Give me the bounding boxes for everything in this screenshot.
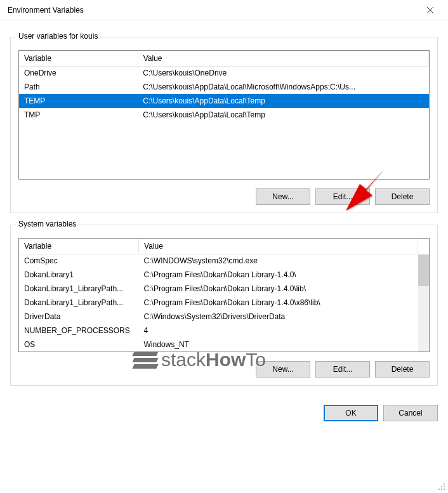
- svg-rect-2: [444, 486, 445, 487]
- cancel-button[interactable]: Cancel: [383, 405, 438, 421]
- cell-variable: Path: [19, 80, 138, 94]
- table-row[interactable]: DriverDataC:\Windows\System32\Drivers\Dr…: [19, 310, 418, 324]
- user-edit-button[interactable]: Edit...: [315, 188, 370, 205]
- table-row[interactable]: TMPC:\Users\kouis\AppData\Local\Temp: [19, 108, 429, 122]
- system-new-button[interactable]: New...: [256, 361, 310, 378]
- cell-variable: DokanLibrary1_LibraryPath...: [19, 296, 139, 310]
- cell-value: C:\WINDOWS\system32\cmd.exe: [139, 254, 418, 268]
- col-variable[interactable]: Variable: [19, 51, 138, 66]
- user-group-label: User variables for kouis: [16, 32, 100, 41]
- cell-variable: NUMBER_OF_PROCESSORS: [19, 324, 139, 338]
- cell-value: 4: [139, 324, 418, 338]
- svg-rect-5: [444, 489, 445, 490]
- cell-value: C:\Users\kouis\AppData\Local\Temp: [138, 94, 428, 108]
- cell-value: C:\Users\kouis\OneDrive: [138, 66, 428, 80]
- cell-value: C:\Users\kouis\AppData\Local\Temp: [138, 108, 428, 122]
- cell-value: Windows_NT: [139, 338, 418, 352]
- system-group-label: System variables: [16, 220, 79, 228]
- cell-value: C:\Program Files\Dokan\Dokan Library-1.4…: [139, 268, 418, 282]
- cell-value: C:\Users\kouis\AppData\Local\Microsoft\W…: [138, 80, 428, 94]
- col-value[interactable]: Value: [139, 239, 418, 254]
- cell-variable: DokanLibrary1: [19, 268, 139, 282]
- window-title: Environment Variables: [8, 6, 418, 15]
- cell-value: C:\Program Files\Dokan\Dokan Library-1.4…: [139, 282, 418, 296]
- cell-variable: ComSpec: [19, 254, 139, 268]
- table-row[interactable]: DokanLibrary1_LibraryPath...C:\Program F…: [19, 296, 418, 310]
- dialog-footer: OK Cancel: [0, 405, 448, 431]
- table-row[interactable]: NUMBER_OF_PROCESSORS4: [19, 324, 418, 338]
- titlebar: Environment Variables: [0, 0, 448, 20]
- col-value[interactable]: Value: [138, 51, 428, 66]
- cell-value: C:\Windows\System32\Drivers\DriverData: [139, 310, 418, 324]
- table-row[interactable]: OneDriveC:\Users\kouis\OneDrive: [19, 66, 429, 80]
- system-variables-table[interactable]: Variable Value ComSpecC:\WINDOWS\system3…: [18, 238, 430, 352]
- svg-rect-4: [441, 489, 442, 490]
- cell-value: C:\Program Files\Dokan\Dokan Library-1.4…: [139, 296, 418, 310]
- resize-grip-icon[interactable]: [437, 482, 446, 491]
- table-row[interactable]: DokanLibrary1_LibraryPath...C:\Program F…: [19, 282, 418, 296]
- user-new-button[interactable]: New...: [256, 188, 310, 205]
- table-row[interactable]: PathC:\Users\kouis\AppData\Local\Microso…: [19, 80, 429, 94]
- table-row[interactable]: ComSpecC:\WINDOWS\system32\cmd.exe: [19, 254, 418, 268]
- scrollbar[interactable]: [418, 254, 429, 352]
- system-delete-button[interactable]: Delete: [375, 361, 430, 378]
- user-variables-table[interactable]: Variable Value OneDriveC:\Users\kouis\On…: [18, 50, 430, 180]
- table-row[interactable]: TEMPC:\Users\kouis\AppData\Local\Temp: [19, 94, 429, 108]
- col-variable[interactable]: Variable: [19, 239, 139, 254]
- cell-variable: OS: [19, 338, 139, 352]
- ok-button[interactable]: OK: [324, 405, 378, 421]
- scrollbar-thumb[interactable]: [418, 254, 429, 286]
- cell-variable: TMP: [19, 108, 138, 122]
- cell-variable: DokanLibrary1_LibraryPath...: [19, 282, 139, 296]
- table-row[interactable]: DokanLibrary1C:\Program Files\Dokan\Doka…: [19, 268, 418, 282]
- cell-variable: DriverData: [19, 310, 139, 324]
- svg-rect-3: [438, 489, 440, 490]
- user-variables-group: User variables for kouis Variable Value …: [10, 37, 438, 213]
- cell-variable: TEMP: [19, 94, 138, 108]
- table-row[interactable]: OSWindows_NT: [19, 338, 418, 352]
- cell-variable: OneDrive: [19, 66, 138, 80]
- system-edit-button[interactable]: Edit...: [315, 361, 370, 378]
- close-button[interactable]: [418, 1, 443, 19]
- close-icon: [426, 6, 434, 14]
- system-variables-group: System variables Variable Value ComSpecC…: [10, 225, 438, 386]
- svg-rect-0: [444, 483, 445, 485]
- user-delete-button[interactable]: Delete: [375, 188, 430, 205]
- svg-rect-1: [441, 486, 442, 487]
